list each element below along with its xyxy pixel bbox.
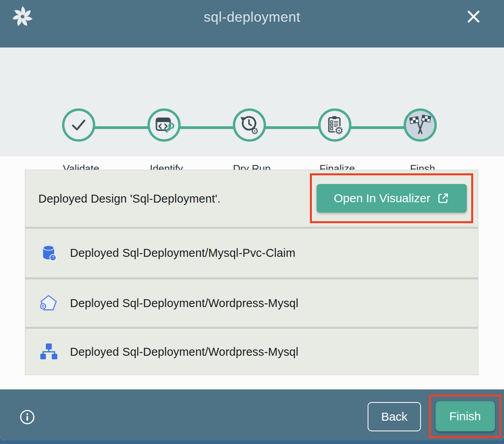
open-in-visualizer-label: Open In Visualizer	[334, 192, 430, 205]
svg-text:?: ?	[52, 255, 54, 260]
pentagon-pod-icon	[38, 293, 59, 313]
deployed-design-row: Deployed Design 'Sql-Deployment'. Open I…	[25, 170, 478, 227]
annotation-box-visualizer: Open In Visualizer	[310, 173, 473, 223]
info-icon[interactable]	[19, 409, 36, 425]
finish-button[interactable]: Finish	[436, 401, 495, 431]
check-icon	[68, 114, 89, 136]
close-icon[interactable]	[465, 8, 482, 25]
open-in-visualizer-button[interactable]: Open In Visualizer	[317, 184, 467, 213]
deployment-wizard-modal: sql-deployment	[0, 0, 504, 440]
step-finalize-deployment: ⚙	[318, 108, 351, 142]
checkered-flags-icon	[409, 115, 432, 135]
clipboard-gear-icon: ⚙	[324, 114, 346, 136]
deployed-item-text: Deployed Sql-Deployment/Wordpress-Mysql	[70, 345, 298, 359]
step-dry-run: ⚙	[233, 108, 266, 142]
step-identify-environments	[147, 108, 181, 142]
deployed-design-message: Deployed Design 'Sql-Deployment'.	[38, 170, 221, 228]
back-button[interactable]: Back	[368, 402, 421, 431]
deployment-results-list: Deployed Design 'Sql-Deployment'. Open I…	[25, 170, 478, 375]
annotation-box-finish: Finish	[429, 395, 501, 438]
topology-icon	[38, 342, 59, 362]
code-window-wrench-icon	[153, 114, 175, 136]
wizard-stepper: ⚙ ⚙	[0, 47, 504, 156]
deployed-item-row: ? Deployed Sql-Deployment/Mysql-Pvc-Clai…	[25, 228, 478, 278]
step-validate-design	[62, 108, 95, 142]
deployed-item-row: Deployed Sql-Deployment/Wordpress-Mysql	[25, 279, 478, 327]
svg-text:⚙: ⚙	[251, 126, 259, 136]
modal-footer: Back Finish	[0, 389, 504, 440]
svg-text:⚙: ⚙	[334, 125, 344, 136]
database-icon: ?	[38, 243, 59, 264]
deployed-item-text: Deployed Sql-Deployment/Mysql-Pvc-Claim	[70, 247, 295, 260]
modal-title: sql-deployment	[0, 0, 504, 34]
deployed-item-text: Deployed Sql-Deployment/Wordpress-Mysql	[70, 297, 298, 310]
modal-header: sql-deployment	[0, 0, 504, 47]
deployed-item-row: Deployed Sql-Deployment/Wordpress-Mysql	[25, 328, 478, 375]
sync-clock-gear-icon: ⚙	[238, 114, 260, 136]
external-link-icon	[437, 192, 449, 205]
step-finish	[404, 108, 437, 142]
